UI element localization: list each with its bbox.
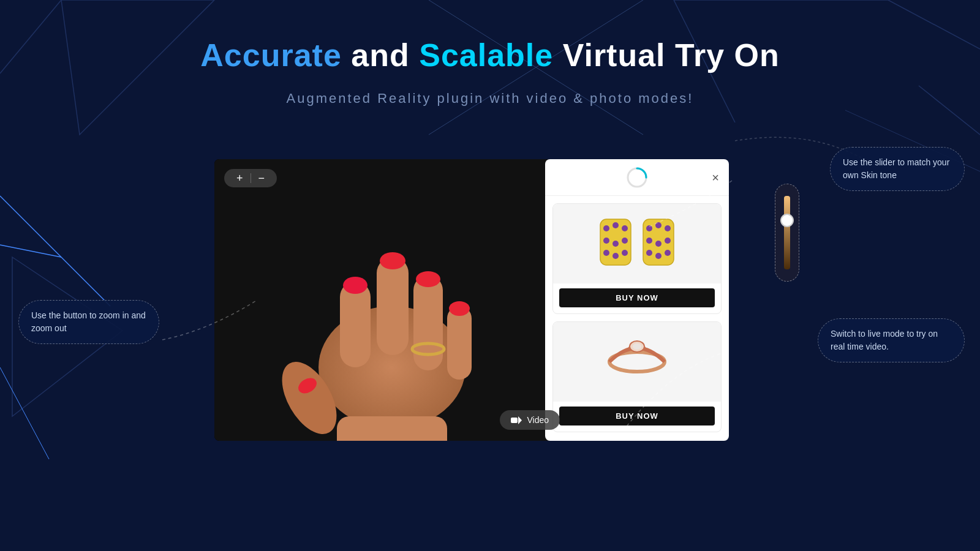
video-button[interactable]: Video — [500, 410, 560, 430]
buy-now-button-1[interactable]: BUY NOW — [559, 288, 715, 307]
title-scalable: Scalable — [419, 37, 553, 73]
svg-point-33 — [603, 238, 609, 244]
svg-rect-26 — [511, 418, 518, 423]
svg-point-32 — [622, 225, 628, 231]
product-card-2: BUY NOW — [552, 321, 722, 432]
buy-now-button-2[interactable]: BUY NOW — [559, 407, 715, 425]
callout-skin-text: Use the slider to match your own Skin to… — [843, 157, 949, 180]
svg-line-2 — [0, 196, 110, 306]
svg-point-21 — [380, 252, 405, 269]
svg-rect-18 — [447, 306, 472, 380]
callout-zoom: Use the button to zoom in and zoom out — [18, 300, 159, 344]
svg-point-46 — [646, 250, 652, 256]
header: Accurate and Scalable Virtual Try On Aug… — [0, 0, 980, 107]
svg-point-51 — [633, 343, 641, 350]
video-icon — [511, 416, 522, 424]
skin-tone-slider-container — [775, 184, 799, 282]
svg-line-3 — [0, 245, 61, 257]
callout-video-text: Switch to live mode to try on real time … — [831, 329, 938, 351]
svg-point-23 — [449, 301, 470, 316]
zoom-controls: + − — [224, 169, 277, 187]
product-svg-1 — [594, 210, 680, 277]
svg-point-41 — [655, 222, 662, 228]
svg-point-30 — [603, 225, 609, 231]
svg-rect-17 — [413, 276, 443, 370]
ar-widget: + − Video — [214, 159, 570, 441]
product-image-1 — [553, 204, 721, 283]
title-rest: Virtual Try On — [563, 37, 780, 73]
svg-point-40 — [646, 225, 652, 231]
svg-point-42 — [665, 225, 671, 231]
svg-marker-27 — [518, 416, 522, 424]
svg-point-20 — [343, 277, 368, 294]
svg-point-43 — [646, 238, 652, 244]
product-image-2 — [553, 322, 721, 402]
zoom-in-button[interactable]: + — [233, 173, 247, 184]
svg-point-37 — [612, 253, 619, 259]
svg-point-31 — [612, 222, 619, 228]
callout-zoom-text: Use the button to zoom in and zoom out — [31, 310, 146, 333]
svg-point-48 — [665, 250, 671, 256]
svg-line-5 — [0, 367, 49, 459]
close-button[interactable]: × — [712, 171, 719, 184]
main-title: Accurate and Scalable Virtual Try On — [0, 37, 980, 73]
panel-header: × — [545, 159, 729, 196]
svg-point-44 — [655, 241, 662, 247]
svg-point-38 — [622, 250, 628, 256]
svg-point-36 — [603, 250, 609, 256]
subtitle: Augmented Reality plugin with video & ph… — [0, 91, 980, 107]
svg-rect-15 — [340, 282, 371, 367]
svg-rect-25 — [337, 416, 447, 441]
product-list: BUY NOW — [545, 196, 729, 441]
callout-skin: Use the slider to match your own Skin to… — [830, 147, 965, 191]
product-svg-2 — [597, 328, 677, 395]
title-and: and — [351, 37, 419, 73]
svg-point-45 — [665, 238, 671, 244]
loader-icon — [626, 167, 648, 189]
svg-point-47 — [655, 253, 662, 259]
zoom-divider — [251, 173, 251, 183]
zoom-out-button[interactable]: − — [255, 173, 269, 184]
video-label: Video — [527, 415, 549, 425]
callout-video: Switch to live mode to try on real time … — [818, 318, 965, 362]
svg-point-35 — [622, 238, 628, 244]
skin-tone-slider[interactable] — [784, 196, 790, 269]
svg-point-34 — [612, 241, 619, 247]
product-card-1: BUY NOW — [552, 203, 722, 314]
main-area: + − Video × — [214, 159, 766, 459]
svg-rect-16 — [377, 257, 409, 355]
svg-point-22 — [416, 271, 440, 287]
title-accurate: Accurate — [200, 37, 342, 73]
product-panel: × — [545, 159, 729, 441]
hand-display — [214, 159, 570, 441]
